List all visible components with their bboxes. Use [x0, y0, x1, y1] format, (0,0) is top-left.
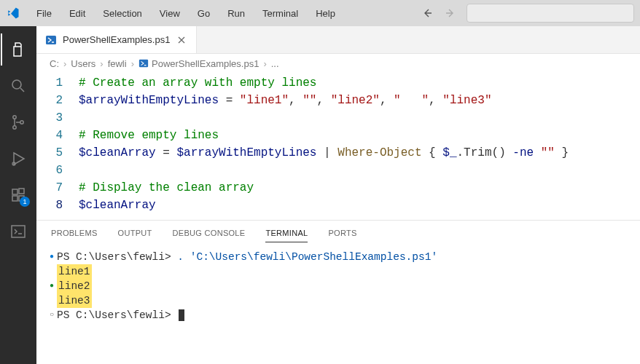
svg-point-1 [13, 116, 16, 119]
svg-rect-9 [12, 226, 25, 237]
powershell-file-icon [138, 58, 149, 68]
menu-file[interactable]: File [29, 5, 59, 22]
circle-icon: ● [47, 250, 57, 264]
panel-tab-problems[interactable]: Problems [51, 224, 98, 242]
menu-selection[interactable]: Selection [95, 5, 149, 22]
activity-explorer[interactable] [1, 33, 36, 66]
line-number: 1 [36, 74, 79, 92]
terminal-cursor [179, 309, 184, 321]
panel-tab-ports[interactable]: Ports [328, 224, 356, 242]
line-number: 2 [36, 92, 79, 109]
panel-tab-terminal[interactable]: Terminal [265, 224, 308, 242]
activity-run-debug[interactable] [1, 143, 36, 175]
code-editor[interactable]: 1# Create an array with empty lines 2$ar… [36, 73, 640, 220]
activity-source-control[interactable] [1, 106, 36, 138]
activity-extensions[interactable]: 1 [1, 179, 36, 211]
line-number: 5 [36, 144, 79, 162]
activity-search[interactable] [1, 70, 36, 102]
menu-help[interactable]: Help [308, 5, 343, 22]
svg-point-0 [12, 80, 21, 89]
activity-bar: 1 [0, 26, 36, 364]
breadcrumb-file[interactable]: PowerShellExamples.ps1 [138, 58, 259, 69]
menu-run[interactable]: Run [220, 5, 252, 22]
bottom-panel: Problems Output Debug Console Terminal P… [36, 220, 640, 364]
breadcrumb-users[interactable]: Users [71, 58, 95, 69]
panel-tab-debug[interactable]: Debug Console [173, 224, 246, 242]
titlebar: File Edit Selection View Go Run Terminal… [0, 0, 640, 26]
svg-rect-6 [12, 196, 17, 201]
breadcrumb-c[interactable]: C: [50, 58, 59, 69]
circle-icon: ● [47, 279, 57, 293]
breadcrumb[interactable]: C: › Users › fewli › PowerShellExamples.… [36, 54, 640, 73]
powershell-file-icon [45, 34, 57, 46]
terminal[interactable]: ● PS C:\Users\fewli> . 'C:\Users\fewli\P… [36, 245, 640, 364]
command-center-search[interactable] [467, 4, 634, 23]
menu-edit[interactable]: Edit [62, 5, 93, 22]
svg-rect-8 [19, 189, 24, 194]
chevron-right-icon: › [131, 58, 134, 69]
terminal-output: line3 [57, 293, 92, 308]
terminal-command: . 'C:\Users\fewli\PowerShellExamples.ps1… [177, 251, 437, 263]
svg-point-2 [13, 126, 16, 129]
breadcrumb-ellipsis[interactable]: ... [271, 58, 279, 69]
chevron-right-icon: › [263, 58, 266, 69]
menu-terminal[interactable]: Terminal [255, 5, 305, 22]
line-number: 7 [36, 179, 79, 197]
editor-area: PowerShellExamples.ps1 C: › Users › fewl… [36, 26, 640, 364]
activity-terminal[interactable] [1, 215, 36, 248]
breadcrumb-user[interactable]: fewli [108, 58, 127, 69]
nav-forward-button[interactable] [440, 4, 459, 23]
line-number: 4 [36, 127, 79, 144]
circle-icon: ○ [47, 308, 57, 323]
chevron-right-icon: › [63, 58, 66, 69]
terminal-output: line1 [57, 264, 92, 279]
editor-tab[interactable]: PowerShellExamples.ps1 [36, 26, 197, 53]
line-number: 6 [36, 162, 79, 179]
tab-label: PowerShellExamples.ps1 [63, 34, 170, 45]
nav-back-button[interactable] [418, 4, 437, 23]
panel-tabs: Problems Output Debug Console Terminal P… [36, 221, 640, 245]
terminal-prompt: PS C:\Users\fewli> [57, 251, 177, 263]
menu-go[interactable]: Go [190, 5, 217, 22]
extensions-badge: 1 [20, 197, 30, 207]
chevron-right-icon: › [100, 58, 103, 69]
svg-point-3 [20, 121, 23, 124]
panel-tab-output[interactable]: Output [118, 224, 152, 242]
tab-close-button[interactable] [176, 34, 187, 46]
line-number: 8 [36, 197, 79, 214]
terminal-output: line2 [57, 279, 92, 293]
svg-rect-5 [12, 189, 17, 194]
editor-tabbar: PowerShellExamples.ps1 [36, 26, 640, 54]
vscode-logo-icon [6, 6, 20, 20]
line-number: 3 [36, 109, 79, 127]
terminal-prompt: PS C:\Users\fewli> [57, 309, 177, 321]
menu-view[interactable]: View [152, 5, 187, 22]
